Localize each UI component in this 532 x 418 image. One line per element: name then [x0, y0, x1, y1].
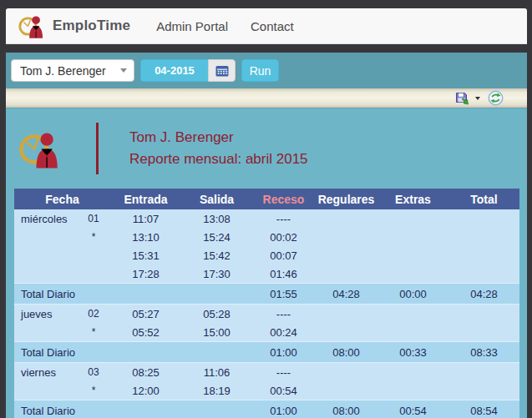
col-salida: Salida: [181, 189, 252, 209]
report-title: Reporte mensual: abril 2015: [129, 149, 308, 170]
export-bar: [6, 88, 527, 108]
entrada-cell: 11:07: [110, 209, 181, 228]
salida-cell: 15:42: [181, 246, 252, 264]
entrada-cell: 15:31: [110, 246, 181, 264]
table-row: jueves 02 05:27 05:28 ----: [14, 305, 519, 324]
total-receso: 01:00: [252, 342, 315, 363]
run-button[interactable]: Run: [241, 59, 279, 82]
daily-total-label: Total Diario: [14, 342, 110, 363]
edited-mark: *: [77, 228, 110, 246]
col-fecha: Fecha: [14, 189, 110, 209]
entrada-cell: 12:00: [110, 381, 181, 400]
total-extras: 00:54: [377, 400, 448, 418]
day-name: viernes: [14, 363, 77, 382]
calendar-icon: [215, 65, 229, 77]
employee-select[interactable]: Tom J. Berenger: [11, 59, 134, 82]
receso-cell: ----: [252, 305, 315, 324]
day-name: miércoles: [14, 209, 77, 228]
emplotime-logo-icon: .logo-sm .logo-bg-fill{fill:#f8f8f8}: [18, 12, 46, 40]
calendar-button[interactable]: [208, 59, 236, 82]
col-extras: Extras: [377, 189, 448, 209]
save-export-icon: [455, 91, 470, 105]
salida-cell: 18:19: [181, 381, 252, 400]
brand-name: EmploTime: [53, 18, 130, 34]
salida-cell: 17:30: [181, 264, 252, 284]
period-group: 04-2015: [140, 59, 236, 82]
total-regulares: 08:00: [315, 342, 377, 363]
report-viewer: .logo-lg .logo-bg-fill{fill:#6fb5c8} Tom…: [6, 108, 527, 418]
table-row: 17:28 17:30 01:46: [14, 264, 519, 284]
salida-cell: 13:08: [181, 209, 252, 228]
refresh-button[interactable]: [488, 90, 504, 106]
total-extras: 00:33: [377, 342, 448, 363]
total-regulares: 08:00: [315, 400, 377, 418]
daily-total-label: Total Diario: [14, 284, 110, 305]
table-row: * 05:52 15:00 00:24: [14, 323, 519, 342]
table-row: 15:31 15:42 00:07: [14, 246, 519, 264]
entrada-cell: 13:10: [110, 228, 181, 246]
salida-cell: 15:00: [181, 323, 252, 342]
total-total: 08:54: [448, 400, 519, 418]
receso-cell: 00:02: [252, 228, 315, 246]
table-row: * 12:00 18:19 00:54: [14, 381, 519, 400]
daily-total-row: Total Diario 01:00 08:00 00:33 08:33: [14, 342, 519, 363]
table-row: * 13:10 15:24 00:02: [14, 228, 519, 246]
timesheet-table: Fecha Entrada Salida Receso Regulares Ex…: [14, 189, 519, 418]
receso-cell: 00:07: [252, 246, 315, 264]
header-gap: [6, 44, 527, 53]
total-total: 08:33: [448, 342, 519, 363]
export-dropdown-caret-icon[interactable]: [475, 97, 480, 100]
day-number: 02: [77, 305, 110, 324]
total-receso: 01:55: [252, 284, 315, 305]
total-extras: 00:00: [377, 284, 448, 305]
report-header: .logo-lg .logo-bg-fill{fill:#6fb5c8} Tom…: [6, 122, 527, 175]
entrada-cell: 05:27: [110, 305, 181, 324]
emplotime-logo-icon: .logo-lg .logo-bg-fill{fill:#6fb5c8}: [18, 124, 63, 173]
entrada-cell: 05:52: [110, 323, 181, 342]
receso-cell: 01:46: [252, 264, 315, 284]
entrada-cell: 17:28: [110, 264, 181, 284]
table-header-row: Fecha Entrada Salida Receso Regulares Ex…: [14, 189, 519, 209]
period-button[interactable]: 04-2015: [140, 59, 208, 82]
save-export-button[interactable]: [455, 91, 470, 105]
salida-cell: 11:06: [181, 363, 252, 382]
nav-admin-portal[interactable]: Admin Portal: [156, 19, 228, 33]
red-divider: [96, 123, 99, 174]
site-header: .logo-sm .logo-bg-fill{fill:#f8f8f8} Emp…: [6, 8, 527, 44]
table-row: miércoles 01 11:07 13:08 ----: [14, 209, 519, 228]
salida-cell: 15:24: [181, 228, 252, 246]
receso-cell: 00:54: [252, 381, 315, 400]
salida-cell: 05:28: [181, 305, 252, 324]
total-receso: 01:00: [252, 400, 315, 418]
receso-cell: ----: [252, 363, 315, 382]
table-row: viernes 03 08:25 11:06 ----: [14, 363, 519, 382]
employee-select-value: Tom J. Berenger: [20, 64, 117, 78]
nav-contact[interactable]: Contact: [251, 19, 294, 33]
col-receso: Receso: [252, 189, 315, 209]
col-total: Total: [448, 189, 519, 209]
refresh-icon: [488, 90, 504, 106]
daily-total-row: Total Diario 01:00 08:00 00:54 08:54: [14, 400, 519, 418]
col-entrada: Entrada: [110, 189, 181, 209]
report-toolbar: Tom J. Berenger 04-2015 Run: [6, 53, 527, 88]
total-total: 04:28: [448, 284, 519, 305]
total-regulares: 04:28: [315, 284, 377, 305]
day-number: 03: [77, 363, 110, 382]
receso-cell: ----: [252, 209, 315, 228]
chevron-down-icon: [120, 68, 127, 73]
edited-mark: *: [77, 381, 110, 400]
daily-total-row: Total Diario 01:55 04:28 00:00 04:28: [14, 284, 519, 305]
report-titles: Tom J. Berenger Reporte mensual: abril 2…: [129, 127, 308, 170]
receso-cell: 00:24: [252, 323, 315, 342]
daily-total-label: Total Diario: [14, 400, 110, 418]
edited-mark: *: [77, 323, 110, 342]
entrada-cell: 08:25: [110, 363, 181, 382]
day-name: jueves: [14, 305, 77, 324]
app-window: .logo-sm .logo-bg-fill{fill:#f8f8f8} Emp…: [6, 8, 527, 418]
col-regulares: Regulares: [315, 189, 377, 209]
report-employee-name: Tom J. Berenger: [129, 127, 308, 149]
day-number: 01: [77, 209, 110, 228]
